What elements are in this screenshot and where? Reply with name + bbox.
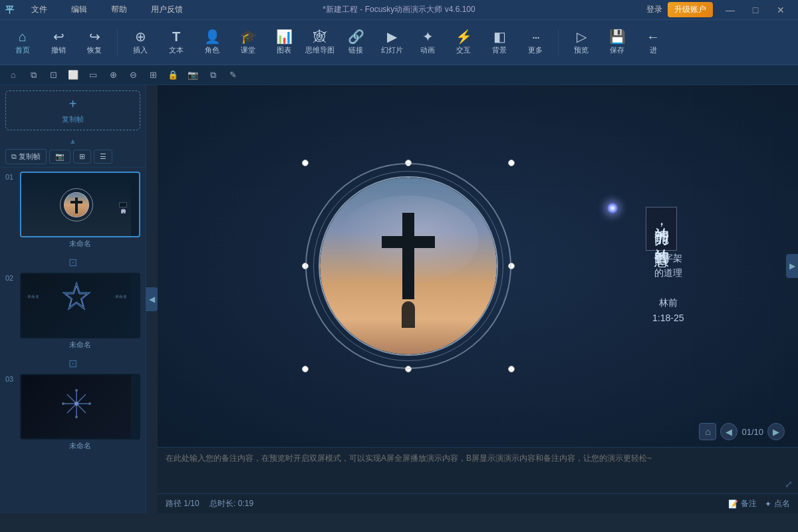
vertical-text-box[interactable]: 神的能力，神的智慧 [646, 207, 677, 251]
close-button[interactable]: ✕ [769, 1, 793, 19]
slide-nav-prev[interactable]: ◀ [720, 423, 737, 440]
add-slide-icon-1[interactable]: ⊡ [68, 256, 77, 269]
action-copy[interactable]: ⧉ [25, 67, 41, 83]
action-edit[interactable]: ✎ [225, 67, 241, 83]
toolbar-slide[interactable]: ▶ 幻灯片 [374, 24, 409, 61]
toolbar-nav-group: ⌂ 首页 ↩ 撤销 ↪ 恢复 [5, 24, 112, 61]
handle-top-left[interactable] [302, 160, 309, 166]
chart-icon: 📊 [276, 30, 293, 43]
thumb1-cross-vertical [75, 198, 78, 213]
toolbar-save[interactable]: 💾 保存 [600, 24, 634, 61]
toolbar-back[interactable]: ← 进 [636, 24, 670, 61]
toolbar-text[interactable]: T 文本 [159, 24, 194, 61]
notes-expand-icon[interactable]: ⤢ [785, 479, 793, 489]
notes-button[interactable]: 📝 备注 [728, 498, 757, 509]
toolbar-more[interactable]: ··· 更多 [518, 24, 553, 61]
toggle-sidebar-button[interactable]: ◀ [146, 287, 158, 311]
slide-section-3: 03 [0, 370, 146, 458]
undo-label: 撤销 [51, 45, 66, 55]
toolbar-class[interactable]: 🎓 课堂 [231, 24, 265, 61]
slide-thumbnail-2[interactable]: · 未命名 · 未命名 [20, 273, 140, 338]
toolbar-inter[interactable]: ⚡ 交互 [446, 24, 481, 61]
upgrade-button[interactable]: 升级账户 [668, 2, 713, 17]
toolbar-bg[interactable]: ◧ 背景 [482, 24, 517, 61]
action-camera[interactable]: 📷 [185, 67, 201, 83]
path-label: 路径 1/10 [166, 499, 200, 508]
camera-button[interactable]: 📷 [49, 150, 70, 164]
slide-thumb-1[interactable]: 神的能力 未命名 [20, 172, 140, 251]
thumb3-snowflake-svg [60, 387, 93, 420]
toolbar-view-group: ▷ 预览 💾 保存 ← 进 [564, 24, 670, 61]
maximize-button[interactable]: □ [743, 1, 767, 19]
canvas-area: 神的能力，神的智慧 十字架 的道理 林前 1:18-25 ▶ ⌂ ◀ 01/10 [158, 85, 798, 513]
slide-nav-next[interactable]: ▶ [767, 423, 785, 440]
slide-number-2: 02 [5, 273, 16, 282]
toolbar-separator-2 [558, 29, 559, 56]
menu-help[interactable]: 帮助 [104, 2, 134, 17]
new-slide-label: 复制帧 [62, 114, 84, 124]
toolbar-role[interactable]: 👤 角色 [195, 24, 229, 61]
slide-thumbnail-1[interactable]: 神的能力 [20, 172, 140, 237]
notes-icon: 📝 [728, 499, 738, 509]
window-title: *新建工程 - Focusky动画演示大师 v4.6.100 [323, 4, 475, 15]
action-zoom-out[interactable]: ⊖ [125, 67, 141, 83]
action-lock[interactable]: 🔒 [165, 67, 181, 83]
toolbar-link[interactable]: 🔗 链接 [338, 24, 373, 61]
slide-main-content: 神的能力，神的智慧 十字架 的道理 林前 1:18-25 [252, 116, 704, 416]
slide-nav-home[interactable]: ⌂ [699, 423, 716, 440]
handle-bottom-left[interactable] [302, 366, 309, 372]
action-align[interactable]: ⊞ [145, 67, 161, 83]
link-label: 链接 [348, 45, 363, 55]
side-text-box[interactable]: 十字架 的道理 林前 1:18-25 [652, 251, 684, 325]
slide-label: 幻灯片 [381, 45, 403, 55]
toolbar-home[interactable]: ⌂ 首页 [5, 24, 40, 61]
toolbar-anim[interactable]: ✦ 动画 [410, 24, 445, 61]
toolbar-insert[interactable]: ⊕ 插入 [123, 24, 158, 61]
toolbar-undo[interactable]: ↩ 撤销 [41, 24, 76, 61]
back-label: 进 [650, 45, 657, 55]
menu-edit[interactable]: 编辑 [65, 2, 94, 17]
toolbar-redo[interactable]: ↪ 恢复 [77, 24, 112, 61]
copy-frame-button[interactable]: ⧉ 复制帧 [5, 149, 47, 164]
action-paste[interactable]: ⊡ [45, 67, 61, 83]
side-text-line4: 林前 [652, 295, 684, 310]
mind-icon: 🕸 [313, 30, 327, 43]
canvas[interactable]: 神的能力，神的智慧 十字架 的道理 林前 1:18-25 ▶ ⌂ ◀ 01/10 [158, 85, 798, 447]
menu-feedback[interactable]: 用户反馈 [144, 2, 190, 17]
slide-add-below-2: ⊡ [20, 356, 126, 370]
layout-button[interactable]: ☰ [94, 150, 112, 164]
scroll-indicator-top: ▲ [0, 136, 146, 146]
toolbar-preview[interactable]: ▷ 预览 [564, 24, 598, 61]
toolbar-mind[interactable]: 🕸 思维导图 [303, 24, 337, 61]
side-text-spacer [652, 281, 684, 295]
cross-photo [320, 178, 497, 354]
slide-thumb-3-wrap[interactable]: 未命名 [20, 374, 140, 454]
person-silhouette [402, 301, 415, 328]
slide-action-bar: ⧉ 复制帧 📷 ⊞ ☰ [0, 146, 146, 168]
action-zoom-in[interactable]: ⊕ [105, 67, 121, 83]
action-rect[interactable]: ▭ [85, 67, 101, 83]
fit-button[interactable]: ⊞ [73, 150, 91, 164]
action-layer[interactable]: ⧉ [205, 67, 221, 83]
right-panel-toggle[interactable]: ▶ [786, 254, 798, 278]
slide-thumbnail-3[interactable] [20, 374, 140, 440]
notes-textarea[interactable] [166, 453, 790, 486]
points-button[interactable]: ✦ 点名 [765, 498, 790, 509]
action-home[interactable]: ⌂ [5, 67, 21, 83]
minimize-button[interactable]: — [718, 1, 742, 19]
action-delete[interactable]: ⬜ [65, 67, 81, 83]
add-slide-icon-2[interactable]: ⊡ [68, 357, 77, 370]
anim-icon: ✦ [422, 30, 434, 43]
toolbar-chart[interactable]: 📊 图表 [267, 24, 301, 61]
menu-file[interactable]: 文件 [25, 2, 54, 17]
svg-point-9 [62, 402, 65, 405]
handle-top-right[interactable] [508, 160, 515, 166]
login-button[interactable]: 登录 [646, 4, 662, 15]
slide-thumb-2-wrap[interactable]: · 未命名 · 未命名 未命名 [20, 273, 140, 352]
cross-circle-element[interactable] [305, 163, 511, 369]
handle-bottom-right[interactable] [508, 366, 515, 372]
slide-icon: ▶ [387, 30, 397, 43]
new-slide-plus-icon: + [69, 96, 77, 112]
new-slide-button[interactable]: + 复制帧 [5, 90, 140, 130]
cross-horizontal-bar [382, 236, 435, 248]
